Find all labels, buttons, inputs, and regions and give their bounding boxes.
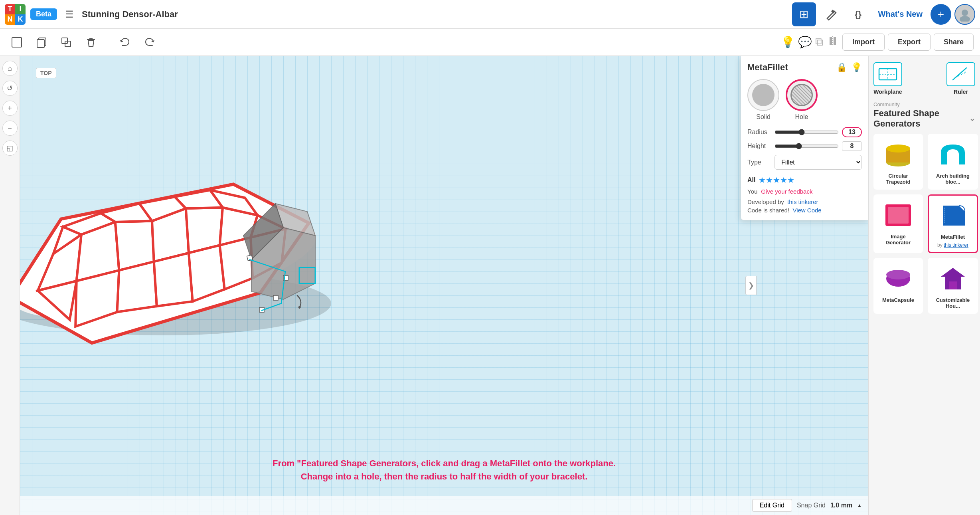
toolbar2-right: 💡 💬 ⧉ Import Export Share <box>781 34 974 51</box>
type-select[interactable]: Fillet Chamfer Round <box>775 155 862 170</box>
bulb-icon[interactable]: 💡 <box>851 62 862 73</box>
svg-rect-25 <box>949 281 957 289</box>
radius-row: Radius 13 <box>747 127 862 137</box>
logo-i: I <box>15 4 26 14</box>
feedback-link[interactable]: Give your feedback <box>761 188 812 195</box>
grid-view-button[interactable]: ⊞ <box>792 2 816 26</box>
hammer-button[interactable] <box>819 2 843 26</box>
shape-card-label-0: Circular Trapezoid <box>878 173 918 185</box>
3d-view-tool[interactable]: ◱ <box>2 141 18 156</box>
shape-card-sublabel-3: by this tinkerer <box>937 242 968 248</box>
layer-icon: ⧉ <box>815 36 823 49</box>
svg-rect-5 <box>37 40 44 48</box>
code-button[interactable]: {} <box>846 2 870 26</box>
edit-grid-button[interactable]: Edit Grid <box>752 499 792 512</box>
shape-card-3[interactable]: MetaFillet by this tinkerer <box>928 194 978 253</box>
shape-card-0[interactable]: Circular Trapezoid <box>873 134 923 190</box>
shape-card-img-4 <box>878 263 918 295</box>
logo-n: N <box>5 14 15 25</box>
solid-button[interactable] <box>747 79 779 111</box>
snap-triangle-icon[interactable]: ▲ <box>857 503 862 508</box>
radius-value[interactable]: 13 <box>842 127 862 137</box>
bottom-controls: Edit Grid Snap Grid 1.0 mm ▲ <box>20 496 868 515</box>
hole-button[interactable] <box>786 79 818 111</box>
view-code-link[interactable]: View Code <box>792 207 821 214</box>
delete-button[interactable] <box>81 32 101 53</box>
solid-option[interactable]: Solid <box>747 79 779 121</box>
height-slider[interactable] <box>775 143 839 149</box>
svg-point-2 <box>960 16 970 22</box>
lock-icon[interactable]: 🔒 <box>836 62 847 73</box>
rotate-tool[interactable]: ↺ <box>2 81 18 96</box>
zoom-in-tool[interactable]: + <box>2 101 18 116</box>
new-shape-button[interactable] <box>6 32 27 53</box>
panel-icons: 🔒 💡 <box>836 62 862 73</box>
height-value[interactable]: 8 <box>842 141 862 151</box>
copy-button[interactable] <box>31 32 52 53</box>
shape-card-4[interactable]: MetaCapsule <box>873 258 923 314</box>
import-button[interactable]: Import <box>842 34 885 51</box>
home-tool[interactable]: ⌂ <box>2 61 18 76</box>
hole-label: Hole <box>795 113 808 121</box>
code-shared-text: Code is shared! <box>747 207 789 214</box>
all-stars: ★★★★★ <box>759 175 794 185</box>
tinkerer-link[interactable]: this tinkerer <box>787 198 818 205</box>
topbar: T I N K Beta ☰ Stunning Densor-Albar ⊞ {… <box>0 0 980 29</box>
developed-by-text: Developed by <box>747 198 784 205</box>
shape-card-label-3: MetaFillet <box>941 234 965 240</box>
hole-option[interactable]: Hole <box>786 79 818 121</box>
right-panel-tools: Workplane Ruler <box>873 62 975 95</box>
developer-row: Developed by this tinkerer <box>747 198 862 205</box>
export-button[interactable]: Export <box>888 34 931 51</box>
viewport[interactable]: TOP <box>20 56 868 515</box>
right-panel: Workplane Ruler Community Featured Shape… <box>868 56 980 515</box>
add-user-button[interactable]: + <box>931 4 951 25</box>
shape-card-5[interactable]: Customizable Hou... <box>928 258 978 314</box>
shape-card-1[interactable]: Arch building bloc... <box>928 134 978 190</box>
whats-new-button[interactable]: What's New <box>873 10 927 19</box>
redo-button[interactable] <box>139 32 160 53</box>
share-button[interactable]: Share <box>934 34 974 51</box>
shape-card-img-1 <box>933 139 973 170</box>
undo-button[interactable] <box>115 32 135 53</box>
instruction-text: From "Featured Shape Generators, click a… <box>273 457 616 483</box>
view-top-label: TOP <box>36 68 56 78</box>
shape-card-label-2: Image Generator <box>878 234 918 246</box>
section-chevron-icon[interactable]: ⌄ <box>969 114 975 123</box>
project-title[interactable]: Stunning Densor-Albar <box>82 9 787 20</box>
shape-card-label-4: MetaCapsule <box>882 297 914 303</box>
shape-card-img-3 <box>933 200 973 232</box>
topbar-right: ⊞ {} What's New + <box>792 2 975 26</box>
beta-badge: Beta <box>30 8 57 20</box>
ruler-button[interactable]: Ruler <box>946 62 975 95</box>
light-icon: 💡 <box>781 36 795 49</box>
svg-point-20 <box>886 145 910 153</box>
all-label: All <box>747 176 755 184</box>
toolbar2: 💡 💬 ⧉ Import Export Share <box>0 29 980 56</box>
main-area: ⌂ ↺ + − ◱ TOP <box>0 56 980 515</box>
zoom-out-tool[interactable]: − <box>2 121 18 136</box>
rating-row: All ★★★★★ <box>747 175 862 185</box>
height-row: Height 8 <box>747 141 862 151</box>
type-label: Type <box>747 159 771 166</box>
workplane-button[interactable]: Workplane <box>873 62 902 95</box>
collapse-panel-button[interactable]: ❯ <box>745 276 757 295</box>
comment-icon: 💬 <box>798 36 812 49</box>
metafillet-panel: MetaFillet 🔒 💡 Solid Hole <box>741 56 868 220</box>
duplicate-button[interactable] <box>56 32 77 53</box>
height-label: Height <box>747 143 771 150</box>
radius-slider[interactable] <box>775 129 839 135</box>
snap-grid-value[interactable]: 1.0 mm <box>830 502 852 509</box>
logo: T I N K <box>5 4 26 25</box>
workplane-icon <box>873 62 902 86</box>
shape-card-2[interactable]: Image Generator <box>873 194 923 253</box>
snap-grid-label: Snap Grid <box>797 502 826 509</box>
ruler-label: Ruler <box>954 89 968 95</box>
you-label: You <box>747 188 757 195</box>
left-sidebar: ⌂ ↺ + − ◱ <box>0 56 20 515</box>
svg-rect-3 <box>12 38 22 47</box>
shape-card-label-5: Customizable Hou... <box>933 297 973 309</box>
code-row: Code is shared! View Code <box>747 207 862 214</box>
bracelet-shape <box>20 104 375 383</box>
hamburger-icon[interactable]: ☰ <box>65 9 74 20</box>
